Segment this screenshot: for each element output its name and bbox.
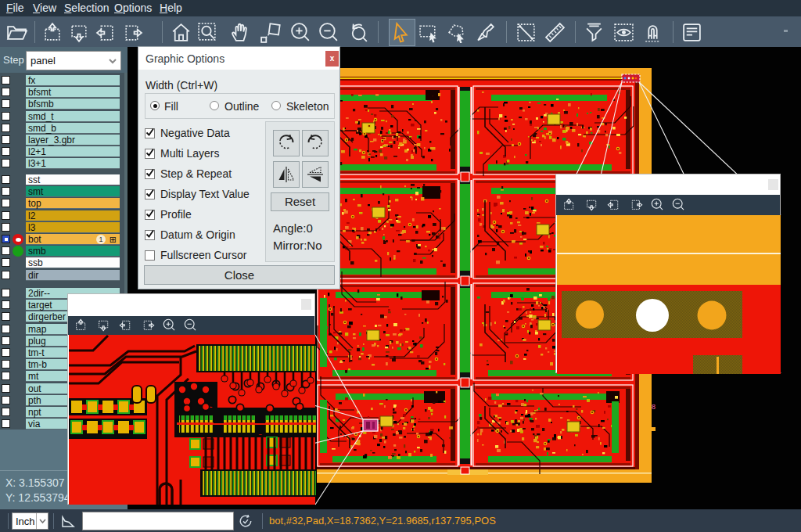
svg-text:8: 8 <box>652 403 656 411</box>
